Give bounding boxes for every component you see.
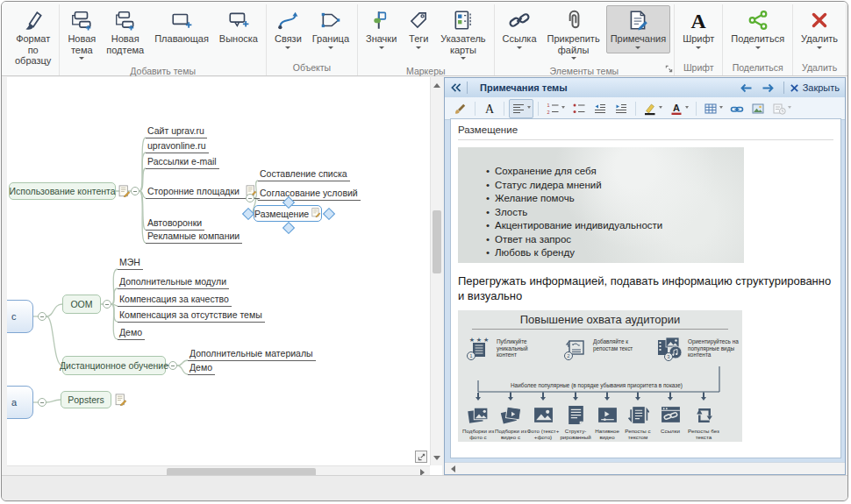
infographic-item: Подборки из видео с описанием (493, 393, 528, 442)
infographic-item: Ссылки (653, 393, 688, 434)
fit-map-button[interactable] (415, 451, 427, 463)
collapse-button[interactable] (38, 398, 46, 407)
ribbon-group-add-topics: Новая тема Новая подтема Плавающая (60, 4, 267, 75)
boundary-button[interactable]: Граница (308, 5, 354, 53)
tags-button[interactable]: Теги (403, 5, 434, 53)
bullet-list-icon[interactable] (569, 99, 589, 118)
topic-distance-learning[interactable]: Дистанционное обучение (62, 356, 166, 375)
topic-dop-materialy[interactable]: Дополнительные материалы (188, 347, 316, 361)
scroll-up-button[interactable] (431, 77, 443, 89)
note-title: Размещение (458, 124, 833, 135)
hyperlink-button[interactable]: Ссылка (498, 5, 541, 53)
links-icon (660, 404, 682, 426)
insert-link-icon[interactable] (727, 99, 747, 118)
outdent-icon[interactable] (590, 99, 610, 118)
photo-icon (533, 404, 554, 426)
format-brush-icon[interactable] (451, 99, 470, 118)
new-topic-icon (70, 9, 93, 33)
topic-komp-otsutstvie[interactable]: Компенсация за отсутствие темы (118, 309, 265, 323)
numbered-list-icon[interactable]: 12 (543, 99, 568, 118)
format-painter-button[interactable]: Формат по образцу (11, 5, 55, 68)
infographic-item: Структу-рированный текст (558, 393, 593, 442)
topic-note-icon[interactable] (311, 208, 321, 219)
map-index-button[interactable]: Указатель карты (436, 5, 490, 64)
collapse-button[interactable] (103, 300, 111, 309)
close-panel-button[interactable]: Закрыть (790, 82, 840, 93)
topic-email[interactable]: Рассылки e-mail (146, 155, 219, 169)
topic-sostav[interactable]: Составление списка (258, 167, 350, 181)
topic-cut-2[interactable]: а (7, 386, 33, 419)
map-canvas[interactable]: Использование контента Сайт uprav.ru upr… (7, 77, 442, 478)
attach-files-button[interactable]: Прикрепить файлы (543, 5, 604, 64)
map-area[interactable]: Использование контента Сайт uprav.ru upr… (7, 77, 430, 465)
topic-usage[interactable]: Использование контента (9, 182, 116, 200)
font-icon: A (687, 9, 710, 33)
notes-horizontal-scrollbar[interactable] (445, 462, 845, 474)
topic-popsters[interactable]: Popsters (61, 391, 111, 408)
align-left-icon[interactable] (509, 99, 533, 118)
topic-demo-2[interactable]: Демо (188, 361, 215, 375)
collapse-button[interactable] (168, 361, 177, 370)
floating-topic-button[interactable]: Плавающая (150, 5, 213, 46)
topic-site[interactable]: Сайт uprav.ru (146, 124, 207, 138)
topic-reklam[interactable]: Рекламные компании (146, 230, 242, 244)
datetime-icon[interactable] (769, 99, 794, 118)
notes-back-icon[interactable] (740, 83, 753, 93)
format-painter-label: Формат по образцу (15, 33, 51, 67)
collapse-button[interactable] (246, 194, 254, 202)
topic-oom[interactable]: ООМ (62, 295, 101, 314)
notes-content[interactable]: Размещение Сохранение для себя Статус ли… (450, 118, 841, 458)
infographic-image: Повышение охвата аудитории ★ ★ ★ 1 Публи… (458, 310, 742, 442)
slide-bullet-list: Сохранение для себя Статус лидера мнений… (458, 147, 744, 260)
notes-forward-icon[interactable] (762, 83, 774, 93)
insert-image-icon[interactable] (748, 99, 768, 118)
collapse-button[interactable] (38, 312, 46, 321)
new-topic-button[interactable]: Новая тема (63, 5, 100, 64)
topic-modules[interactable]: Дополнительные модули (118, 275, 229, 289)
topic-komp-kachestvo[interactable]: Компенсация за качество (118, 293, 232, 307)
relationships-button[interactable]: Связи (270, 5, 306, 53)
notes-scroll-left-button[interactable] (445, 463, 457, 475)
highlight-icon[interactable] (640, 99, 665, 118)
callout-button[interactable]: Выноска (215, 5, 262, 46)
repost-no-text-icon (693, 404, 715, 426)
topic-note-icon[interactable] (118, 185, 131, 197)
native-video-icon (597, 404, 619, 426)
font-a-icon[interactable]: A (480, 99, 499, 118)
topic-demo-1[interactable]: Демо (118, 326, 145, 340)
slide-bullet: Сохранение для себя (486, 165, 744, 179)
dialog-launcher-icon[interactable] (665, 65, 673, 73)
vertical-scroll-thumb[interactable] (433, 210, 441, 273)
ribbon-group-delete: Удалить Удалить (793, 4, 847, 75)
topic-upravonline[interactable]: upravonline.ru (146, 139, 209, 153)
canvas-vertical-scrollbar[interactable] (430, 77, 442, 465)
font-button[interactable]: A Шрифт (678, 5, 719, 53)
structured-text-icon (565, 404, 587, 426)
slide-bullet: Желание помочь (486, 192, 744, 206)
collapse-panel-icon[interactable] (450, 82, 461, 93)
topic-soglas[interactable]: Согласование условий (258, 187, 361, 201)
tags-icon (407, 9, 430, 33)
table-icon[interactable] (701, 99, 726, 118)
topic-avto[interactable]: Автоворонки (146, 217, 204, 231)
dropdown-caret (79, 57, 84, 62)
new-subtopic-icon (114, 9, 137, 33)
slide-bullet: Любовь к бренду (486, 246, 744, 260)
icon-markers-button[interactable]: Значки (361, 5, 401, 53)
slide-bullet: Статус лидера мнений (486, 179, 744, 193)
topic-men[interactable]: МЭН (118, 256, 143, 270)
new-subtopic-button[interactable]: Новая подтема (102, 5, 148, 57)
share-button[interactable]: Поделиться (726, 5, 789, 53)
slide-bullet: Злость (486, 206, 744, 220)
delete-button[interactable]: Удалить (797, 5, 842, 53)
topic-note-icon[interactable] (115, 394, 127, 406)
notes-button[interactable]: Примечания (606, 5, 671, 53)
group-label-topic-elements: Элементы темы (497, 65, 672, 78)
font-color-icon[interactable]: A (667, 99, 691, 118)
topic-storon[interactable]: Сторонние площадки (146, 185, 260, 199)
topic-cut-1[interactable]: с (7, 300, 33, 333)
hyperlink-icon (508, 9, 531, 33)
scroll-down-button[interactable] (431, 453, 443, 465)
collapse-button[interactable] (131, 187, 139, 195)
indent-icon[interactable] (611, 99, 631, 118)
